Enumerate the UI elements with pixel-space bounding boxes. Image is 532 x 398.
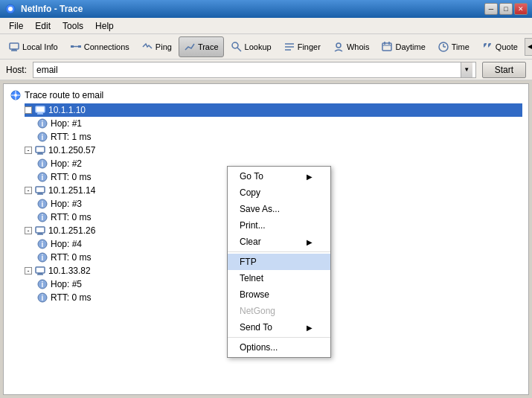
toolbar-trace[interactable]: Trace	[179, 36, 224, 57]
svg-text:i: i	[42, 160, 44, 168]
tree-sub-1: i Hop: #1 i RTT: 1 ms	[36, 117, 522, 144]
ctx-browse-label: Browse	[240, 289, 269, 300]
maximize-button[interactable]: □	[499, 3, 513, 15]
svg-point-1	[8, 7, 13, 11]
svg-rect-5	[71, 45, 74, 48]
toolbar-quote[interactable]: Quote	[476, 36, 523, 57]
host-label: Host:	[6, 65, 27, 75]
ctx-copy[interactable]: Copy	[228, 184, 330, 201]
ctx-ftp[interactable]: FTP	[228, 254, 330, 270]
title-bar: NetInfo - Trace ─ □ ✕	[0, 0, 532, 18]
computer-icon-4	[34, 225, 46, 237]
ctx-netgong-label: NetGong	[240, 306, 275, 316]
host-bar: Host: email ▼ Start	[0, 60, 532, 80]
svg-rect-6	[78, 45, 81, 48]
tree-rtt-label-5: RTT: 0 ms	[51, 291, 91, 304]
tree-expand-5[interactable]: -	[25, 267, 32, 275]
computer-icon-5	[34, 265, 46, 277]
ctx-telnet[interactable]: Telnet	[228, 270, 330, 286]
menu-tools[interactable]: Tools	[57, 19, 89, 33]
host-input-container[interactable]: email ▼	[33, 62, 476, 78]
svg-text:i: i	[42, 173, 44, 182]
daytime-icon	[381, 41, 393, 53]
toolbar-localinfo[interactable]: Local Info	[3, 36, 63, 57]
ctx-sendto[interactable]: Send To ▶	[228, 319, 330, 336]
close-button[interactable]: ✕	[514, 3, 528, 15]
tree-expand-4[interactable]: -	[25, 227, 32, 234]
tree-ip-2[interactable]: - 10.1.250.57	[25, 144, 522, 157]
ctx-sendto-label: Send To	[240, 322, 272, 333]
tree-expand-1[interactable]: -	[25, 106, 32, 114]
info-icon-3b: i	[36, 211, 48, 223]
toolbar-scroll-left[interactable]: ◀	[525, 38, 532, 56]
svg-point-8	[232, 42, 238, 48]
svg-rect-55	[36, 267, 45, 273]
toolbar-time[interactable]: Time	[432, 36, 475, 57]
start-button[interactable]: Start	[482, 62, 526, 78]
tree-hop-1: i Hop: #1	[36, 117, 522, 130]
menu-edit[interactable]: Edit	[29, 19, 57, 33]
svg-text:i: i	[42, 240, 44, 248]
ctx-clear-arrow: ▶	[307, 238, 313, 246]
info-icon-2: i	[36, 158, 48, 170]
toolbar: Local Info Connections Ping Trace Lookup…	[0, 34, 532, 60]
svg-text:i: i	[42, 120, 44, 128]
info-icon-4b: i	[36, 251, 48, 263]
ping-icon	[141, 41, 153, 53]
info-icon-1: i	[36, 118, 48, 129]
whois-icon	[333, 41, 344, 53]
tree-hop-label-2: Hop: #2	[51, 157, 82, 170]
toolbar-daytime[interactable]: Daytime	[376, 36, 430, 57]
ctx-saveas[interactable]: Save As...	[228, 201, 330, 217]
tree-ip-label-3: 10.1.251.14	[48, 184, 95, 197]
ctx-netgong: NetGong	[228, 303, 330, 319]
ctx-telnet-label: Telnet	[240, 273, 263, 283]
tree-rtt-label-2: RTT: 0 ms	[51, 170, 91, 184]
computer-icon	[8, 41, 20, 53]
ctx-options[interactable]: Options...	[228, 339, 330, 356]
computer-icon-1	[34, 104, 46, 116]
context-menu: Go To ▶ Copy Save As... Print... Clear ▶…	[227, 166, 331, 358]
toolbar-whois[interactable]: Whois	[327, 36, 375, 57]
tree-hop-label-4: Hop: #4	[51, 237, 82, 251]
menu-file[interactable]: File	[3, 19, 29, 33]
ctx-clear[interactable]: Clear ▶	[228, 234, 330, 250]
toolbar-finger[interactable]: Finger	[278, 36, 326, 57]
svg-text:i: i	[42, 254, 44, 262]
host-dropdown-button[interactable]: ▼	[461, 62, 472, 77]
ctx-sep-1	[228, 251, 330, 252]
svg-text:i: i	[42, 133, 44, 141]
computer-icon-2	[34, 144, 46, 156]
ctx-sep-2	[228, 337, 330, 338]
ctx-copy-label: Copy	[240, 187, 260, 198]
tree-expand-3[interactable]: -	[25, 187, 32, 194]
info-icon-2b: i	[36, 171, 48, 183]
tree-expand-2[interactable]: -	[25, 147, 32, 154]
ctx-print[interactable]: Print...	[228, 217, 330, 234]
menu-help[interactable]: Help	[89, 19, 120, 33]
ctx-browse[interactable]: Browse	[228, 286, 330, 303]
ctx-goto[interactable]: Go To ▶	[228, 168, 330, 184]
tree-hop-label-3: Hop: #3	[51, 197, 82, 211]
svg-text:i: i	[42, 200, 44, 208]
network-root-icon	[10, 89, 22, 101]
time-icon	[438, 41, 449, 53]
toolbar-connections[interactable]: Connections	[65, 36, 135, 57]
tree-node-1: - 10.1.1.10 i Hop: #1 i RTT: 1 ms	[25, 103, 522, 144]
svg-text:i: i	[42, 294, 44, 302]
ctx-clear-label: Clear	[240, 237, 261, 247]
finger-icon	[283, 41, 295, 53]
tree-rtt-label-4: RTT: 0 ms	[51, 251, 91, 264]
ctx-options-label: Options...	[240, 342, 278, 353]
tree-root: Trace route to email	[10, 89, 522, 102]
minimize-button[interactable]: ─	[484, 3, 498, 15]
toolbar-lookup[interactable]: Lookup	[225, 36, 277, 57]
toolbar-ping[interactable]: Ping	[136, 36, 177, 57]
window-title: NetInfo - Trace	[21, 4, 83, 14]
tree-ip-1[interactable]: - 10.1.1.10	[25, 103, 522, 117]
ctx-print-label: Print...	[240, 220, 266, 231]
toolbar-whois-label: Whois	[347, 42, 370, 51]
toolbar-trace-label: Trace	[198, 42, 219, 51]
ctx-goto-arrow: ▶	[307, 173, 313, 181]
lookup-icon	[231, 41, 243, 53]
